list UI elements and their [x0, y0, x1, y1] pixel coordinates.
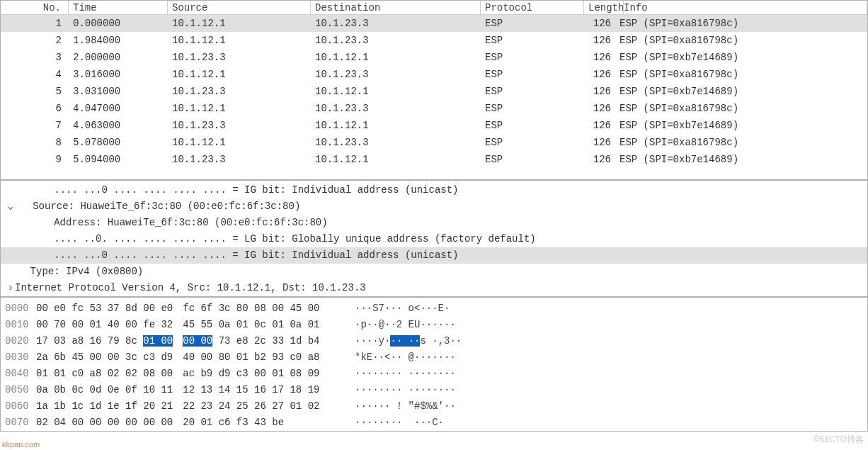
packet-protocol: ESP [481, 151, 584, 168]
packet-length: 126 [584, 15, 615, 32]
hex-row[interactable]: 001000 70 00 01 40 00 fe 3245 55 0a 01 0… [1, 317, 867, 333]
col-header-source[interactable]: Source [168, 1, 311, 14]
packet-length: 126 [584, 100, 615, 117]
detail-ig-bit-src[interactable]: .... ...0 .... .... .... .... = IG bit: … [1, 247, 867, 264]
packet-source: 10.1.12.1 [168, 15, 311, 32]
detail-source-mac-text: Source: HuaweiTe_6f:3c:80 (00:e0:fc:6f:3… [33, 201, 300, 212]
packet-protocol: ESP [481, 66, 584, 83]
hex-offset: 0020 [1, 333, 36, 349]
hex-row[interactable]: 007002 04 00 00 00 00 00 0020 01 c6 f3 4… [1, 415, 867, 431]
packet-row[interactable]: 10.00000010.1.12.110.1.23.3ESP126ESP (SP… [1, 15, 867, 32]
packet-time: 4.063000 [69, 117, 168, 134]
packet-row[interactable]: 64.04700010.1.12.110.1.23.3ESP126ESP (SP… [1, 100, 867, 117]
packet-info: ESP (SPI=0xb7e14689) [615, 83, 867, 100]
packet-protocol: ESP [481, 117, 584, 134]
hex-selected-bytes: 01 00 [143, 335, 173, 347]
detail-ipv4-text: Internet Protocol Version 4, Src: 10.1.1… [15, 282, 366, 293]
packet-length: 126 [584, 32, 615, 49]
packet-row[interactable]: 95.09400010.1.23.310.1.12.1ESP126ESP (SP… [1, 151, 867, 168]
hex-dump-pane[interactable]: 000000 e0 fc 53 37 8d 00 e0fc 6f 3c 80 0… [0, 297, 868, 432]
packet-time: 3.016000 [69, 66, 168, 83]
packet-no: 7 [1, 117, 69, 134]
hex-row[interactable]: 00601a 1b 1c 1d 1e 1f 20 2122 23 24 25 2… [1, 398, 867, 415]
detail-ig-bit-dest[interactable]: .... ...0 .... .... .... .... = IG bit: … [1, 182, 867, 198]
ascii-selected: ·· ·· [390, 335, 420, 347]
packet-row[interactable]: 85.07800010.1.12.110.1.23.3ESP126ESP (SP… [1, 134, 867, 151]
packet-length: 126 [584, 151, 615, 168]
packet-no: 2 [1, 32, 69, 49]
hex-offset: 0030 [1, 349, 36, 366]
packet-length: 126 [584, 83, 615, 100]
hex-bytes[interactable]: 0a 0b 0c 0d 0e 0f 10 1112 13 14 15 16 17… [36, 382, 333, 398]
hex-bytes[interactable]: 00 e0 fc 53 37 8d 00 e0fc 6f 3c 80 08 00… [36, 300, 333, 317]
detail-source-mac[interactable]: ⌄ Source: HuaweiTe_6f:3c:80 (00:e0:fc:6f… [1, 198, 867, 215]
packet-protocol: ESP [481, 49, 584, 66]
hex-ascii: ······ ! "#$%&'·· [333, 398, 867, 415]
hex-offset: 0070 [1, 415, 36, 431]
packet-info: ESP (SPI=0xb7e14689) [615, 151, 867, 168]
packet-info: ESP (SPI=0xa816798c) [615, 32, 867, 49]
packet-protocol: ESP [481, 32, 584, 49]
col-header-protocol[interactable]: Protocol [481, 1, 584, 14]
packet-time: 4.047000 [69, 100, 168, 117]
hex-bytes[interactable]: 02 04 00 00 00 00 00 0020 01 c6 f3 43 be [36, 415, 333, 431]
packet-row[interactable]: 32.00000010.1.23.310.1.12.1ESP126ESP (SP… [1, 49, 867, 66]
hex-ascii: ········ ········ [333, 382, 867, 398]
packet-row[interactable]: 53.03100010.1.23.310.1.12.1ESP126ESP (SP… [1, 83, 867, 100]
hex-row[interactable]: 00302a 6b 45 00 00 3c c3 d940 00 80 01 b… [1, 349, 867, 366]
col-header-destination[interactable]: Destination [311, 1, 481, 14]
packet-no: 9 [1, 151, 69, 168]
packet-row[interactable]: 21.98400010.1.12.110.1.23.3ESP126ESP (SP… [1, 32, 867, 49]
hex-bytes[interactable]: 17 03 a8 16 79 8c 01 0000 00 73 e8 2c 33… [36, 333, 333, 349]
detail-ipv4[interactable]: ›Internet Protocol Version 4, Src: 10.1.… [1, 280, 867, 296]
hex-bytes[interactable]: 00 70 00 01 40 00 fe 3245 55 0a 01 0c 01… [36, 317, 333, 333]
packet-destination: 10.1.12.1 [311, 83, 481, 100]
hex-ascii: ····y··· ··s ·,3·· [333, 333, 867, 349]
packet-protocol: ESP [481, 15, 584, 32]
hex-ascii: *kE··<·· @······· [333, 349, 867, 366]
packet-details-pane[interactable]: .... ...0 .... .... .... .... = IG bit: … [0, 180, 868, 297]
hex-row[interactable]: 004001 01 c0 a8 02 02 08 00ac b9 d9 c3 0… [1, 366, 867, 382]
hex-row[interactable]: 000000 e0 fc 53 37 8d 00 e0fc 6f 3c 80 0… [1, 300, 867, 317]
packet-time: 5.094000 [69, 151, 168, 168]
hex-offset: 0010 [1, 317, 36, 333]
col-header-info[interactable]: Info [624, 1, 867, 14]
hex-ascii: ·p··@··2 EU······ [333, 317, 867, 333]
packet-no: 3 [1, 49, 69, 66]
packet-destination: 10.1.12.1 [311, 49, 481, 66]
detail-address[interactable]: Address: HuaweiTe_6f:3c:80 (00:e0:fc:6f:… [1, 215, 867, 231]
detail-lg-bit[interactable]: .... ..0. .... .... .... .... = LG bit: … [1, 231, 867, 247]
hex-bytes[interactable]: 2a 6b 45 00 00 3c c3 d940 00 80 01 b2 93… [36, 349, 333, 366]
packet-time: 3.031000 [69, 83, 168, 100]
hex-row[interactable]: 00500a 0b 0c 0d 0e 0f 10 1112 13 14 15 1… [1, 382, 867, 398]
packet-no: 6 [1, 100, 69, 117]
hex-offset: 0060 [1, 398, 36, 415]
packet-time: 2.000000 [69, 49, 168, 66]
packet-info: ESP (SPI=0xa816798c) [615, 15, 867, 32]
packet-destination: 10.1.23.3 [311, 100, 481, 117]
packet-info: ESP (SPI=0xa816798c) [615, 66, 867, 83]
packet-protocol: ESP [481, 134, 584, 151]
packet-destination: 10.1.23.3 [311, 15, 481, 32]
packet-row[interactable]: 74.06300010.1.23.310.1.12.1ESP126ESP (SP… [1, 117, 867, 134]
packet-info: ESP (SPI=0xa816798c) [615, 100, 867, 117]
packet-row[interactable]: 43.01600010.1.12.110.1.23.3ESP126ESP (SP… [1, 66, 867, 83]
hex-bytes[interactable]: 1a 1b 1c 1d 1e 1f 20 2122 23 24 25 26 27… [36, 398, 333, 415]
packet-time: 0.000000 [69, 15, 168, 32]
packet-source: 10.1.12.1 [168, 134, 311, 151]
hex-row[interactable]: 002017 03 a8 16 79 8c 01 0000 00 73 e8 2… [1, 333, 867, 349]
col-header-length[interactable]: Length [584, 1, 624, 14]
col-header-no[interactable]: No. [1, 1, 69, 14]
hex-offset: 0000 [1, 300, 36, 317]
hex-bytes[interactable]: 01 01 c0 a8 02 02 08 00ac b9 d9 c3 00 01… [36, 366, 333, 382]
hex-ascii: ···S7··· o<···E· [333, 300, 867, 317]
col-header-time[interactable]: Time [69, 1, 168, 14]
chevron-down-icon[interactable]: ⌄ [6, 198, 15, 215]
packet-list-pane[interactable]: No. Time Source Destination Protocol Len… [0, 0, 868, 180]
hex-offset: 0050 [1, 382, 36, 398]
packet-destination: 10.1.23.3 [311, 66, 481, 83]
chevron-right-icon[interactable]: › [6, 280, 15, 296]
hex-ascii: ········ ········ [333, 366, 867, 382]
detail-ethertype[interactable]: Type: IPv4 (0x0800) [1, 264, 867, 280]
packet-source: 10.1.12.1 [168, 32, 311, 49]
